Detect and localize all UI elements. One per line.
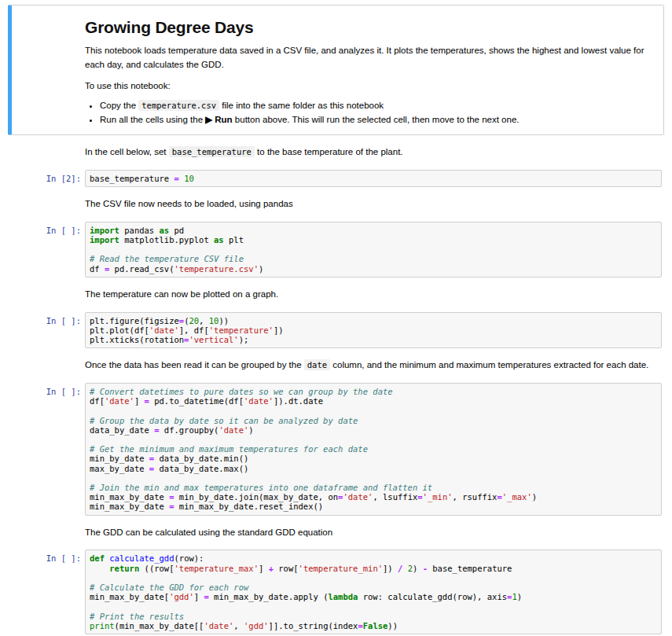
markdown-text: The temperature can now be plotted on a …: [85, 288, 661, 302]
code-cell-plot[interactable]: In [ ]: plt.figure(figsize=(20, 10))plt.…: [0, 312, 672, 349]
intro-description: This notebook loads temperature data sav…: [85, 44, 654, 72]
markdown-cell-set-base-temperature[interactable]: In the cell below, set base_temperature …: [0, 145, 672, 160]
code-cell-group-min-max[interactable]: In [ ]: # Convert datetimes to pure date…: [0, 383, 672, 516]
markdown-text: The CSV file now needs to be loaded, usi…: [85, 197, 661, 211]
markdown-text: In the cell below, set base_temperature …: [85, 145, 661, 160]
markdown-cell-plot-graph[interactable]: The temperature can now be plotted on a …: [0, 288, 672, 302]
markdown-cell-load-csv[interactable]: The CSV file now needs to be loaded, usi…: [0, 197, 672, 211]
cell-prompt: In [ ]:: [0, 383, 85, 396]
list-item-copy-csv: Copy the temperature.csv file into the s…: [100, 99, 654, 112]
code-editor[interactable]: import pandas as pdimport matplotlib.pyp…: [85, 222, 662, 278]
code-cell-calculate-gdd[interactable]: In [ ]: def calculate_gdd(row): return (…: [0, 550, 672, 634]
markdown-cell-gdd-equation[interactable]: The GDD can be calculated using the stan…: [0, 526, 672, 540]
usage-intro: To use this notebook:: [85, 79, 654, 94]
cell-prompt: In [ ]:: [0, 222, 85, 235]
markdown-cell-group-by-date[interactable]: Once the data has been read it can be gr…: [0, 358, 672, 373]
notebook: Growing Degree Days This notebook loads …: [0, 0, 672, 634]
usage-list: Copy the temperature.csv file into the s…: [85, 99, 654, 127]
markdown-cell-intro[interactable]: Growing Degree Days This notebook loads …: [8, 5, 664, 135]
code-cell-base-temperature[interactable]: In [2]: base_temperature = 10: [0, 170, 672, 187]
code-cell-imports[interactable]: In [ ]: import pandas as pdimport matplo…: [0, 222, 672, 278]
list-item-run-cells: Run all the cells using the ▶ Run button…: [100, 113, 654, 127]
code-editor[interactable]: def calculate_gdd(row): return ((row['te…: [85, 550, 662, 634]
cell-prompt: In [ ]:: [0, 312, 85, 325]
code-editor[interactable]: base_temperature = 10: [85, 170, 662, 187]
code-editor[interactable]: plt.figure(figsize=(20, 10))plt.plot(df[…: [85, 312, 662, 349]
markdown-text: The GDD can be calculated using the stan…: [85, 526, 661, 540]
cell-prompt: In [ ]:: [0, 550, 85, 563]
notebook-title: Growing Degree Days: [85, 18, 654, 37]
cell-prompt: In [2]:: [0, 170, 85, 183]
code-editor[interactable]: # Convert datetimes to pure dates so we …: [85, 383, 662, 516]
markdown-text: Once the data has been read it can be gr…: [85, 358, 661, 373]
